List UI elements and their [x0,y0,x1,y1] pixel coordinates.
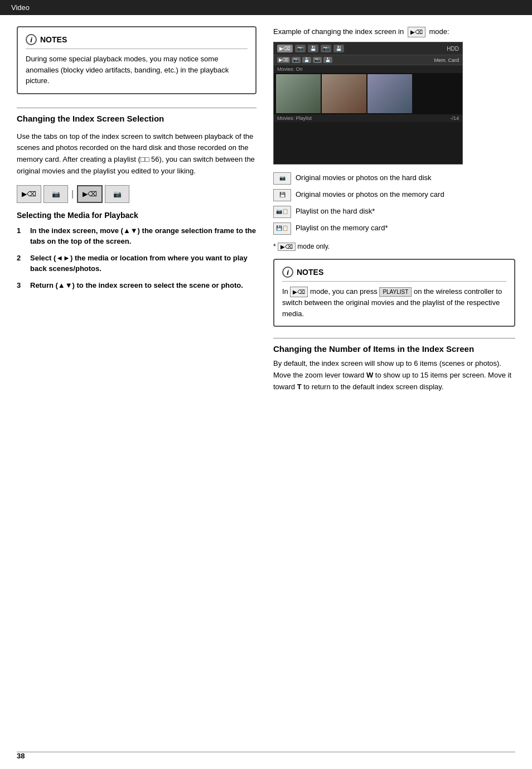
step-3: 3 Return (▲▼) to the index screen to sel… [17,280,257,291]
asterisk-note: * ▶⌫ mode only. [273,243,515,251]
feature-list: 📷 Original movies or photos on the hard … [273,172,515,235]
tab-photo-mem-icon: 📷 [113,190,122,198]
tab-video-mem-icon: ▶⌫ [83,190,97,198]
feature-2-text: Original movies or photos on the memory … [296,189,444,200]
feat-icon-3-inner: 📷📋 [276,208,288,216]
feature-3: 📷📋 Playlist on the hard disk* [273,206,515,218]
tab-video-mem[interactable]: ▶⌫ [77,185,103,203]
thumb-2 [322,74,366,113]
screen-thumbnails [274,73,462,114]
tab-photo-hdd-icon: 📷 [52,190,60,198]
notes-text-1: During some special playback modes, you … [26,54,248,86]
playlist-button: PLAYLIST [379,287,412,297]
notes-text-2: In ▶⌫ mode, you can press PLAYLIST on th… [282,286,506,319]
screen-sub-icon2: 📷 [292,57,301,63]
feature-2: 💾 Original movies or photos on the memor… [273,189,515,201]
example-label: Example of changing the index screen in … [273,26,515,37]
screen-playlist-label: Movies: Playlist [277,115,312,121]
selecting-title: Selecting the Media for Playback [17,211,257,220]
screen-sub-icon4: 📷 [313,57,322,63]
content-area: i NOTES During some special playback mod… [0,15,532,410]
top-bar-title: Video [11,3,30,12]
notes-label-2: NOTES [297,268,323,277]
screen-tab-sd: 💾 [308,45,318,52]
feat-icon-1-inner: 📷 [279,175,286,182]
t-letter: T [297,383,302,391]
screen-tab-cam: 📷 [295,45,306,52]
screen-preview: ▶⌫ 📷 💾 📷 💾 HDD ▶⌫ 📷 💾 📷 💾 Mem. Card [273,42,463,165]
screen-sub-icon5: 💾 [323,57,332,63]
section-divider-2 [273,338,515,338]
section-title-index: Changing the Index Screen Selection [17,114,257,123]
screen-tab-cam2: 📷 [321,45,331,52]
tab-video-hdd[interactable]: ▶⌫ [17,185,41,203]
feat-icon-1: 📷 [273,172,291,185]
feature-1-text: Original movies or photos on the hard di… [296,172,432,183]
step-1-num: 1 [17,225,26,247]
step-2-num: 2 [17,253,26,274]
screen-tabs-bar: ▶⌫ 📷 💾 📷 💾 HDD [274,42,462,55]
step-2: 2 Select (◄►) the media or location from… [17,253,257,274]
info-icon-2: i [282,267,293,278]
page: Video i NOTES During some special playba… [0,0,532,769]
right-section-body: By default, the index screen will show u… [273,358,515,393]
notes-label-1: NOTES [40,35,67,44]
feat-icon-3: 📷📋 [273,206,291,218]
notes2-mode-icon: ▶⌫ [290,287,308,297]
thumb-3 [367,74,412,113]
w-letter: W [366,371,373,379]
feat-icon-2: 💾 [273,189,291,201]
notes-title-1: i NOTES [26,34,248,49]
step-3-num: 3 [17,280,26,291]
step-1: 1 In the index screen, move (▲▼) the ora… [17,225,257,247]
example-label-text: Example of changing the index screen in [273,27,404,36]
feature-1: 📷 Original movies or photos on the hard … [273,172,515,185]
step-1-text: In the index screen, move (▲▼) the orang… [30,225,257,247]
right-column: Example of changing the index screen in … [273,26,515,393]
step-3-text: Return (▲▼) to the index screen to selec… [30,280,243,291]
screen-hdd-label: HDD [447,46,459,52]
right-section-title: Changing the Number of Items in the Inde… [273,344,515,354]
feat-icon-2-inner: 💾 [279,191,286,199]
feat-icon-4-inner: 💾📋 [276,225,288,233]
thumb-1 [276,74,321,113]
asterisk-mode-icon: ▶⌫ [278,243,296,251]
bottom-line [17,752,515,752]
screen-movies-label: Movies: On [274,65,462,73]
tab-photo-mem[interactable]: 📷 [105,185,129,203]
feature-4-text: Playlist on the memory card* [296,223,388,234]
feat-icon-4: 💾📋 [273,223,291,235]
section-divider-1 [17,108,257,108]
top-bar: Video [0,0,532,15]
step-2-text: Select (◄►) the media or location from w… [30,253,257,274]
screen-mem-label: Mem. Card [434,57,459,63]
tab-video-hdd-icon: ▶⌫ [22,190,36,198]
notes-box-2: i NOTES In ▶⌫ mode, you can press PLAYLI… [273,259,515,327]
screen-tab-video-active: ▶⌫ [277,45,293,52]
screen-count: -/14 [450,115,459,121]
screen-sub-icon3: 💾 [302,57,311,63]
left-column: i NOTES During some special playback mod… [17,26,257,393]
notes-title-2: i NOTES [282,267,506,282]
steps-list: 1 In the index screen, move (▲▼) the ora… [17,225,257,291]
tab-photo-hdd[interactable]: 📷 [43,185,68,203]
screen-tab-extra: 💾 [333,45,344,52]
notes-box-1: i NOTES During some special playback mod… [17,26,257,94]
info-icon: i [26,34,37,45]
screen-bottom-bar: Movies: Playlist -/14 [274,114,462,122]
screen-movies-on: Movies: On [277,66,303,72]
mode-icon-example: ▶⌫ [408,27,425,37]
example-mode-text: mode: [429,27,449,36]
tab-separator: | [70,189,75,199]
tabs-row: ▶⌫ 📷 | ▶⌫ 📷 [17,185,257,203]
screen-sub-icon1: ▶⌫ [277,57,290,63]
feature-3-text: Playlist on the hard disk* [296,206,375,217]
section-body-index: Use the tabs on top of the index screen … [17,131,257,177]
page-number: 38 [17,752,25,760]
feature-4: 💾📋 Playlist on the memory card* [273,223,515,235]
screen-sub-bar: ▶⌫ 📷 💾 📷 💾 Mem. Card [274,55,462,65]
